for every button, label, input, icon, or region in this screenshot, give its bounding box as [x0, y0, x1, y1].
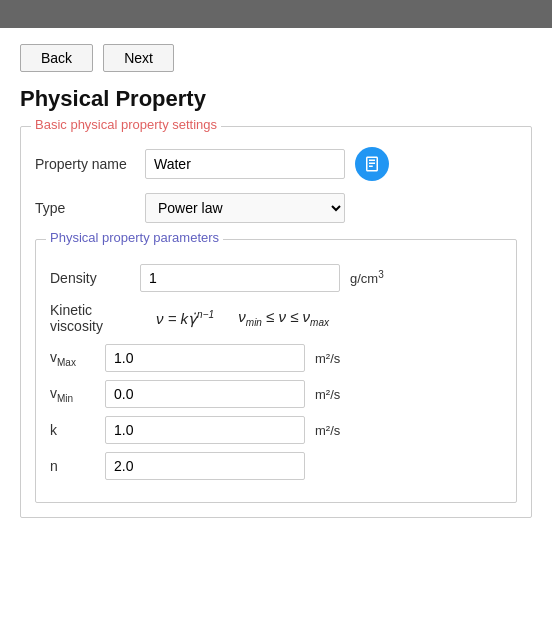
basic-settings-fieldset: Basic physical property settings Propert… — [20, 126, 532, 518]
button-row: Back Next — [20, 44, 532, 72]
vmin-input[interactable] — [105, 380, 305, 408]
property-name-label: Property name — [35, 156, 145, 172]
next-button[interactable]: Next — [103, 44, 174, 72]
vmax-row: vMax m²/s — [50, 344, 502, 372]
physical-params-fieldset: Physical property parameters Density g/c… — [35, 239, 517, 503]
kinetic-viscosity-row: Kinetic viscosity ν = kγ̇n−1 νmin ≤ ν ≤ … — [50, 302, 502, 334]
n-label: n — [50, 458, 105, 474]
kinetic-formula: ν = kγ̇n−1 — [156, 309, 214, 328]
type-label: Type — [35, 200, 145, 216]
vmin-label: vMin — [50, 385, 105, 404]
book-icon-button[interactable] — [355, 147, 389, 181]
book-icon — [363, 155, 381, 173]
density-row: Density g/cm3 — [50, 264, 502, 292]
kinetic-viscosity-label: Kinetic viscosity — [50, 302, 140, 334]
n-row: n — [50, 452, 502, 480]
k-input[interactable] — [105, 416, 305, 444]
page-title: Physical Property — [20, 86, 532, 112]
top-bar — [0, 0, 552, 28]
vmin-unit: m²/s — [315, 387, 340, 402]
density-label: Density — [50, 270, 140, 286]
physical-params-legend: Physical property parameters — [46, 230, 223, 245]
k-label: k — [50, 422, 105, 438]
vmin-row: vMin m²/s — [50, 380, 502, 408]
content-area: Back Next Physical Property Basic physic… — [0, 28, 552, 618]
vmax-input[interactable] — [105, 344, 305, 372]
vmax-label: vMax — [50, 349, 105, 368]
density-input[interactable] — [140, 264, 340, 292]
basic-settings-legend: Basic physical property settings — [31, 117, 221, 132]
k-row: k m²/s — [50, 416, 502, 444]
density-unit: g/cm3 — [350, 269, 384, 286]
type-row: Type Power law Newtonian Non-Newtonian — [35, 193, 517, 223]
n-input[interactable] — [105, 452, 305, 480]
property-name-input[interactable] — [145, 149, 345, 179]
property-name-row: Property name — [35, 147, 517, 181]
kinetic-constraint: νmin ≤ ν ≤ νmax — [230, 308, 329, 328]
k-unit: m²/s — [315, 423, 340, 438]
type-select[interactable]: Power law Newtonian Non-Newtonian — [145, 193, 345, 223]
vmax-unit: m²/s — [315, 351, 340, 366]
back-button[interactable]: Back — [20, 44, 93, 72]
